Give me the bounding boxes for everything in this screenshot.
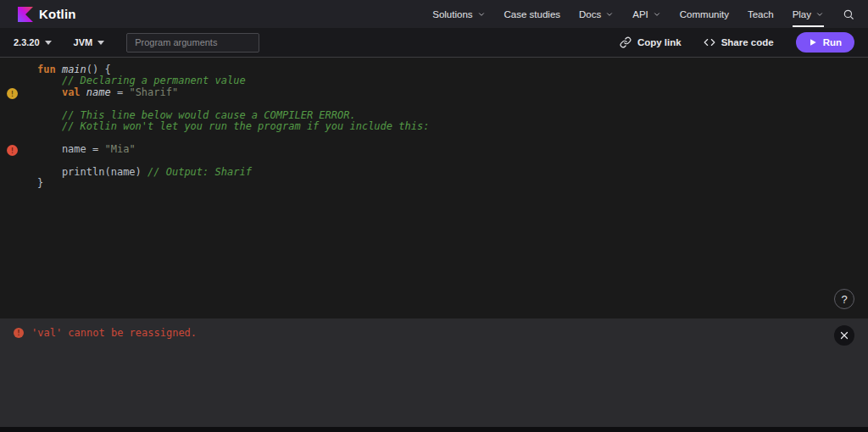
chevron-down-icon [97, 41, 104, 45]
code-line [37, 132, 429, 143]
kotlin-version-value: 2.3.20 [14, 37, 40, 47]
footer-strip [0, 427, 868, 432]
nav-item-label: Teach [748, 9, 774, 19]
nav-item-play[interactable]: Play [793, 0, 824, 28]
code-token-cmt: // This line below would cause a COMPILE… [62, 109, 356, 121]
code-line [37, 155, 429, 166]
platform-value: JVM [74, 37, 93, 47]
close-console-button[interactable] [834, 325, 854, 346]
nav-item-solutions[interactable]: Solutions [432, 0, 485, 28]
code-token-pln [37, 86, 62, 98]
console-error-row: 'val' cannot be reassigned. [14, 327, 197, 339]
chevron-down-icon [45, 41, 52, 45]
nav-item-docs[interactable]: Docs [579, 0, 614, 28]
code-line: // Declaring a permanent value [37, 75, 429, 86]
code-token-kw: val [62, 86, 86, 98]
code-line: fun main() { [37, 64, 429, 75]
nav-item-label: Case studies [504, 9, 560, 19]
code-token-decl: main [62, 64, 86, 75]
code-token-cmt: // Kotlin won't let you run the program … [62, 120, 429, 132]
code-content: fun main() { // Declaring a permanent va… [37, 64, 429, 189]
nav-item-teach[interactable]: Teach [748, 0, 774, 28]
nav-item-label: API [632, 9, 648, 19]
share-code-button[interactable]: Share code [704, 36, 774, 48]
console-error-message: 'val' cannot be reassigned. [31, 327, 197, 339]
code-editor[interactable]: fun main() { // Declaring a permanent va… [0, 58, 868, 318]
code-line: // Kotlin won't let you run the program … [37, 121, 429, 132]
search-icon[interactable] [843, 0, 854, 28]
code-token-str: "Sharif" [129, 86, 178, 98]
chevron-down-icon [815, 10, 824, 19]
playground-toolbar: 2.3.20 JVM Copy link [0, 28, 868, 58]
help-button[interactable]: ? [834, 289, 854, 309]
code-token-cmt: // Output: Sharif [147, 166, 252, 178]
nav-item-api[interactable]: API [632, 0, 661, 28]
code-line: val name = "Sharif" [37, 87, 429, 98]
code-line: println(name) // Output: Sharif [37, 167, 429, 178]
code-line: // This line below would cause a COMPILE… [37, 110, 429, 121]
kotlin-logo[interactable]: Kotlin [18, 0, 76, 28]
kotlin-logo-text: Kotlin [39, 7, 76, 21]
chevron-down-icon [653, 10, 661, 19]
nav-item-label: Community [680, 9, 729, 19]
chevron-down-icon [477, 10, 486, 19]
warning-gutter-icon[interactable] [7, 88, 18, 99]
code-line: name = "Mia" [37, 144, 429, 155]
nav-item-label: Docs [579, 9, 601, 19]
code-token-pln [37, 109, 62, 121]
nav-menu: SolutionsCase studiesDocsAPICommunityTea… [432, 0, 824, 28]
platform-select[interactable]: JVM [74, 37, 105, 47]
code-line: } [37, 178, 429, 189]
share-code-label: Share code [721, 37, 774, 47]
output-console: 'val' cannot be reassigned. [0, 318, 868, 427]
code-token-decl: name [86, 86, 111, 98]
kotlin-logo-icon [18, 7, 33, 22]
play-icon [809, 38, 817, 47]
error-gutter-icon[interactable] [7, 145, 18, 156]
code-token-pln [37, 120, 62, 132]
question-mark-icon: ? [841, 293, 847, 306]
code-token-pln: = [111, 86, 130, 98]
top-nav: Kotlin SolutionsCase studiesDocsAPICommu… [0, 0, 868, 28]
code-line [37, 98, 429, 109]
kotlin-playground-page: Kotlin SolutionsCase studiesDocsAPICommu… [0, 0, 868, 432]
close-icon [839, 330, 849, 341]
copy-link-button[interactable]: Copy link [620, 36, 682, 48]
code-token-pln: println(name) [37, 166, 147, 178]
nav-item-community[interactable]: Community [680, 0, 729, 28]
run-label: Run [823, 37, 842, 47]
copy-link-label: Copy link [637, 37, 682, 47]
toolbar-actions: Copy link Share code Run [620, 32, 854, 53]
code-token-pln: () { [86, 64, 111, 75]
kotlin-version-select[interactable]: 2.3.20 [14, 37, 52, 47]
chevron-down-icon [605, 10, 614, 19]
nav-item-label: Play [793, 9, 811, 19]
code-token-str: "Mia" [104, 143, 135, 155]
code-token-pln: } [37, 177, 43, 189]
link-icon [620, 36, 632, 48]
code-token-pln [37, 75, 62, 86]
code-token-kw: fun [37, 64, 62, 75]
program-arguments-input[interactable] [126, 33, 259, 53]
nav-item-label: Solutions [432, 9, 472, 19]
nav-item-case-studies[interactable]: Case studies [504, 0, 560, 28]
error-icon [14, 328, 24, 338]
code-token-pln: name = [37, 143, 104, 155]
run-button[interactable]: Run [796, 32, 854, 53]
code-token-cmt: // Declaring a permanent value [62, 75, 246, 86]
code-brackets-icon [704, 36, 715, 48]
